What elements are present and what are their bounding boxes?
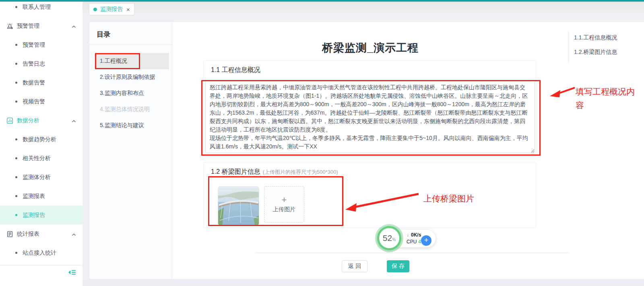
app-window: 联系人管理预警管理预警管理告警日志数据告警视频告警数据分析数据趋势分析相关性分析…: [0, 0, 644, 286]
sidebar-item-label: 预警管理: [23, 41, 45, 49]
bullet-icon: [15, 63, 17, 65]
annotation-note-overview: 填写工程概况内容: [576, 85, 641, 112]
tab-active-dot-icon: [93, 8, 97, 11]
sidebar-item-label: 监测体分析: [23, 174, 51, 181]
sidebar-item-label: 监测报表: [23, 193, 45, 200]
toc-item-4: 4.监测总体情况说明: [96, 101, 169, 117]
section-bridge-images: 1.2 桥梁图片信息(上传图片的推荐尺寸为500*300): [203, 162, 536, 228]
sidebar-item-label: 数据告警: [23, 79, 45, 86]
bullet-icon: [15, 82, 17, 84]
bullet-icon: [15, 101, 17, 103]
sidebar-item-label: 站点接入统计: [23, 249, 56, 257]
sidebar: 联系人管理预警管理预警管理告警日志数据告警视频告警数据分析数据趋势分析相关性分析…: [0, 2, 83, 286]
chart-icon: [6, 117, 13, 124]
tab-bar: 监测报告 ×: [83, 2, 644, 17]
sidebar-item-数据趋势分析[interactable]: 数据趋势分析: [0, 130, 83, 149]
tab-close-icon[interactable]: ×: [126, 6, 130, 12]
bullet-icon: [15, 214, 17, 216]
sidebar-item-数据告警[interactable]: 数据告警: [0, 73, 83, 92]
toc-item-2[interactable]: 2.设计原则及编制依据: [96, 69, 169, 85]
bullet-icon: [15, 157, 17, 159]
anchor-link-2[interactable]: 1.2.桥梁图片信息: [574, 49, 617, 56]
toc-item-1[interactable]: 1.工程概况: [96, 53, 169, 69]
bullet-icon: [15, 195, 17, 197]
bullet-icon: [15, 44, 17, 46]
tab-label: 监测报告: [100, 6, 123, 13]
toc-item-5[interactable]: 5.监测结论与建议: [96, 117, 169, 134]
sidebar-item-监测报告[interactable]: 监测报告: [0, 206, 83, 224]
download-speed: 0K/s: [411, 232, 421, 238]
bottom-strip: [83, 279, 644, 286]
upload-image-button[interactable]: + 上传图片: [264, 186, 304, 222]
memory-usage-percent: 52: [383, 233, 392, 243]
percent-sign: %: [392, 237, 396, 242]
sidebar-item-label: 联系人管理: [23, 4, 51, 11]
sidebar-item-label: 相关性分析: [23, 155, 51, 162]
section-1-2-heading-text: 1.2 桥梁图片信息: [211, 168, 260, 175]
anchor-link-1[interactable]: 1.1.工程信息概况: [574, 34, 617, 41]
chevron-up-icon: [72, 23, 76, 29]
chevron-up-icon: [72, 117, 76, 124]
footer-divider: [255, 253, 568, 253]
sidebar-item-label: 监测报告: [23, 212, 45, 219]
bullet-icon: [15, 6, 17, 8]
sidebar-item-预警管理[interactable]: 预警管理: [0, 35, 83, 54]
back-button[interactable]: 返回: [342, 260, 367, 272]
top-accent-bar: [0, 0, 644, 2]
report-icon: [6, 230, 13, 237]
cpu-label: CPU: [407, 239, 417, 245]
page-title: 桥梁监测_演示工程: [172, 41, 568, 55]
monitor-expand-button[interactable]: +: [421, 235, 431, 246]
sidebar-group-label: 统计报表: [17, 230, 39, 238]
sidebar-group-label: 预警管理: [17, 23, 39, 30]
collapse-sidebar-icon[interactable]: [68, 268, 76, 276]
sidebar-item-站点接入统计[interactable]: 站点接入统计: [0, 243, 83, 262]
tab-monitoring-report[interactable]: 监测报告 ×: [89, 4, 134, 15]
toc-item-3[interactable]: 3.监测内容和布点: [96, 85, 169, 101]
annotation-note-upload: 上传桥梁图片: [423, 192, 474, 206]
memory-usage-ring[interactable]: 52 %: [377, 226, 401, 250]
upload-image-label: 上传图片: [273, 206, 295, 213]
sidebar-divider: [0, 265, 83, 265]
sidebar-item-label: 视频告警: [23, 98, 45, 105]
sidebar-item-监测报表[interactable]: 监测报表: [0, 187, 83, 206]
section-1-1-heading: 1.1 工程信息概况: [211, 66, 260, 74]
sidebar-item-告警日志[interactable]: 告警日志: [0, 54, 83, 73]
sidebar-item-相关性分析[interactable]: 相关性分析: [0, 149, 83, 168]
sidebar-item-监测体分析[interactable]: 监测体分析: [0, 168, 83, 187]
bullet-icon: [15, 176, 17, 178]
report-editor-panel: 目录 1.工程概况2.设计原则及编制依据3.监测内容和布点4.监测总体情况说明5…: [89, 22, 644, 279]
section-project-info: 1.1 工程信息概况 怒江跨越工程采用悬索跨越，中缅原油管道与中缅天然气管道在该…: [203, 60, 536, 157]
anchor-rail: [568, 31, 569, 63]
plus-icon: +: [282, 195, 287, 204]
sidebar-item-联系人管理[interactable]: 联系人管理: [0, 0, 83, 16]
bullet-icon: [15, 138, 17, 140]
bridge-photo-image: [218, 187, 259, 226]
sidebar-item-label: 告警日志: [23, 60, 45, 68]
report-main-area: 桥梁监测_演示工程 1.1 工程信息概况 怒江跨越工程采用悬索跨越，中缅原油管道…: [172, 22, 568, 279]
sidebar-group-统计报表[interactable]: 统计报表: [0, 224, 83, 243]
anchor-nav: 1.1.工程信息概况1.2.桥梁图片信息: [568, 22, 644, 279]
sidebar-group-数据分析[interactable]: 数据分析: [0, 111, 83, 130]
upload-size-hint: (上传图片的推荐尺寸为500*300): [263, 169, 338, 175]
toc-panel: 目录 1.工程概况2.设计原则及编制依据3.监测内容和布点4.监测总体情况说明5…: [89, 22, 172, 279]
sidebar-item-视频告警[interactable]: 视频告警: [0, 92, 83, 111]
download-arrow-icon: ↓: [407, 232, 409, 238]
save-button[interactable]: 保存: [387, 260, 409, 272]
sidebar-group-预警管理[interactable]: 预警管理: [0, 16, 83, 35]
bullet-icon: [15, 252, 17, 254]
sidebar-item-label: 数据趋势分析: [23, 136, 56, 143]
sidebar-group-label: 数据分析: [17, 117, 39, 124]
chevron-up-icon: [72, 231, 76, 237]
section-1-2-heading: 1.2 桥梁图片信息(上传图片的推荐尺寸为500*300): [211, 168, 338, 176]
toc-divider: [89, 45, 172, 45]
bridge-thumbnail[interactable]: [218, 186, 259, 226]
project-overview-textarea[interactable]: 怒江跨越工程采用悬索跨越，中缅原油管道与中缅天然气管道在该控制性工程中共用跨越桥…: [205, 81, 535, 153]
toc-title: 目录: [97, 30, 110, 39]
alarm-icon: [6, 23, 13, 29]
